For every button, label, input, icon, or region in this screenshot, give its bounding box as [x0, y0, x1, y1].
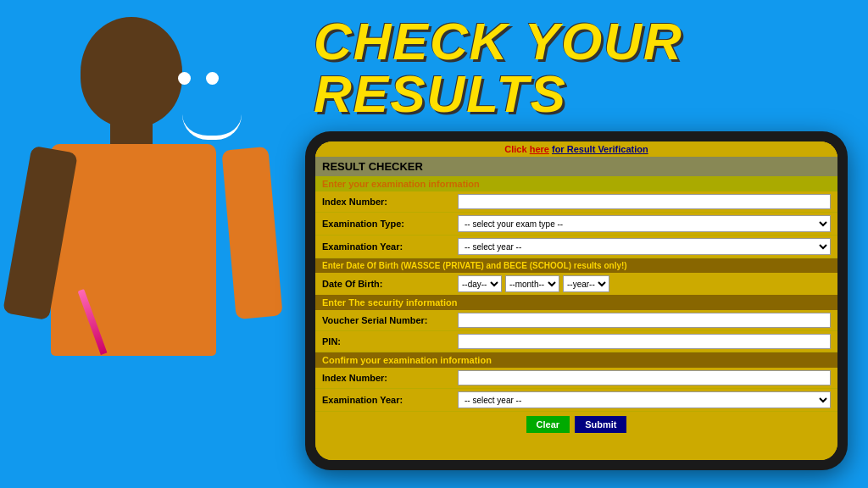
pin-input[interactable] [458, 334, 831, 349]
voucher-input[interactable] [458, 313, 831, 328]
person-eye-right [206, 72, 219, 85]
confirm-index-input[interactable] [458, 370, 831, 385]
pin-row: PIN: [315, 331, 837, 352]
person-arm-right [221, 147, 282, 319]
confirm-index-row: Index Number: [315, 368, 837, 389]
dob-month-select[interactable]: --month-- [505, 275, 559, 292]
confirm-year-row: Examination Year: -- select year -- 2023… [315, 389, 837, 412]
exam-type-select[interactable]: -- select your exam type -- WASSCE BECE [458, 215, 831, 232]
result-checker-header: RESULT CHECKER [315, 157, 837, 176]
voucher-label: Voucher Serial Number: [322, 315, 458, 325]
here-link[interactable]: here [530, 144, 549, 154]
exam-year-select[interactable]: -- select year -- 2023 2022 2021 [458, 238, 831, 255]
section1-header: Enter your examination information [315, 176, 837, 191]
exam-type-label: Examination Type: [322, 219, 458, 229]
person-smile [182, 114, 242, 140]
confirm-year-select[interactable]: -- select year -- 2023 2022 [458, 391, 831, 408]
index-number-label: Index Number: [322, 197, 458, 207]
person-illustration [0, 0, 288, 488]
section4-header: Confirm your examination information [315, 352, 837, 368]
confirm-year-label: Examination Year: [322, 395, 458, 405]
exam-type-row: Examination Type: -- select your exam ty… [315, 213, 837, 236]
phone-frame: Click here for Result Verification RESUL… [305, 131, 848, 470]
dob-year-select[interactable]: --year-- [563, 275, 609, 292]
verification-rest-text[interactable]: for Result Verification [552, 144, 648, 154]
dob-label: Date Of Birth: [322, 279, 458, 289]
dob-day-select[interactable]: --day-- [458, 275, 502, 292]
page-title: CHECK YOUR RESULTS [314, 15, 860, 120]
person-torso [51, 144, 216, 356]
section2-header: Enter Date Of Birth (WASSCE (PRIVATE) an… [315, 258, 837, 273]
confirm-index-label: Index Number: [322, 373, 458, 383]
person-eye-left [178, 72, 191, 85]
pin-label: PIN: [322, 336, 458, 347]
exam-year-label: Examination Year: [322, 241, 458, 252]
clear-button[interactable]: Clear [526, 416, 570, 433]
index-number-input[interactable] [458, 194, 831, 209]
click-text: Click [504, 144, 526, 154]
dob-row: Date Of Birth: --day-- --month-- --year-… [315, 273, 837, 295]
submit-button[interactable]: Submit [575, 416, 626, 433]
person-head [81, 17, 182, 127]
section3-header: Enter The security information [315, 295, 837, 310]
verification-link-bar: Click here for Result Verification [315, 141, 837, 157]
form-container: Click here for Result Verification RESUL… [315, 141, 837, 460]
voucher-row: Voucher Serial Number: [315, 310, 837, 331]
dob-selects: --day-- --month-- --year-- [458, 275, 831, 292]
exam-year-row: Examination Year: -- select year -- 2023… [315, 236, 837, 258]
phone-screen: Click here for Result Verification RESUL… [315, 141, 837, 460]
index-number-row: Index Number: [315, 191, 837, 213]
button-row: Clear Submit [315, 412, 837, 437]
